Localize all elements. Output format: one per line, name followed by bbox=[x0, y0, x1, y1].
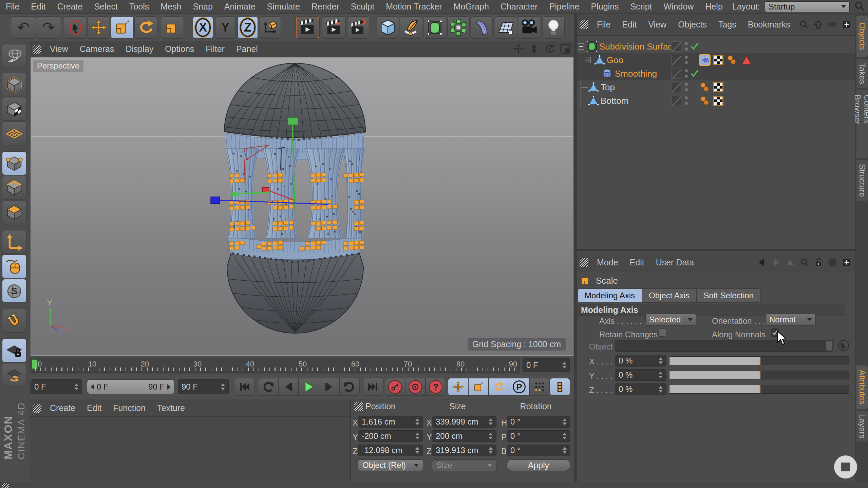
add-subdivision-surface-button[interactable] bbox=[423, 16, 446, 39]
live-selection-button[interactable] bbox=[64, 16, 87, 39]
menu-pipeline[interactable]: Pipeline bbox=[544, 2, 585, 12]
play-button[interactable] bbox=[299, 378, 319, 396]
y-percent-input[interactable]: 0 % bbox=[615, 369, 666, 381]
object-row-goo[interactable]: Goo bbox=[577, 53, 855, 67]
add-floor-button[interactable] bbox=[495, 16, 517, 39]
layer-box[interactable] bbox=[671, 41, 681, 52]
search-icon[interactable] bbox=[800, 258, 809, 268]
menu-create[interactable]: Create bbox=[51, 2, 88, 12]
visibility-dot[interactable] bbox=[685, 88, 688, 91]
vp-menu-cameras[interactable]: Cameras bbox=[74, 44, 120, 54]
attr-menu-mode[interactable]: Mode bbox=[591, 258, 624, 267]
rot-h-input[interactable]: 0 ° bbox=[507, 416, 570, 428]
model-mode-button[interactable] bbox=[2, 73, 26, 96]
texture-mode-button[interactable] bbox=[2, 97, 26, 121]
add-light-button[interactable] bbox=[542, 16, 565, 39]
x-axis-lock-button[interactable]: X bbox=[193, 16, 213, 39]
tab-objects[interactable]: Objects bbox=[856, 16, 868, 57]
object-row-smoothing[interactable]: Smoothing bbox=[577, 67, 855, 80]
size-z-input[interactable]: 319.913 cm bbox=[432, 445, 496, 456]
make-editable-button[interactable] bbox=[2, 44, 26, 68]
start-frame-spinner[interactable]: 0 F bbox=[31, 379, 82, 394]
previous-frame-button[interactable] bbox=[278, 378, 299, 396]
x-slider[interactable] bbox=[669, 356, 849, 365]
timeline-film-button[interactable] bbox=[550, 378, 570, 396]
layer-box[interactable] bbox=[671, 55, 681, 65]
layer-box[interactable] bbox=[671, 69, 681, 79]
gizmo-x-handle[interactable] bbox=[211, 197, 220, 204]
menu-edit[interactable]: Edit bbox=[25, 2, 51, 12]
drag-handle-icon[interactable] bbox=[33, 404, 41, 413]
menu-mesh[interactable]: Mesh bbox=[155, 2, 187, 12]
menu-snap[interactable]: Snap bbox=[187, 2, 218, 12]
attr-menu-edit[interactable]: Edit bbox=[624, 258, 650, 267]
apply-button[interactable]: Apply bbox=[507, 459, 570, 471]
gizmo-y-handle[interactable] bbox=[288, 117, 298, 125]
om-menu-bookmarks[interactable]: Bookmarks bbox=[742, 20, 796, 30]
recording-indicator[interactable] bbox=[834, 455, 857, 478]
field-end-button[interactable] bbox=[826, 341, 832, 351]
search-icon[interactable] bbox=[799, 20, 808, 30]
rotate-tool-button[interactable] bbox=[134, 16, 157, 39]
y-slider[interactable] bbox=[669, 371, 849, 379]
mat-menu-create[interactable]: Create bbox=[44, 403, 81, 413]
visibility-dot[interactable] bbox=[685, 96, 688, 99]
soft-selection-button[interactable]: S bbox=[2, 279, 26, 303]
key-pla-button[interactable] bbox=[529, 378, 550, 396]
layer-box[interactable] bbox=[671, 96, 681, 106]
coordinate-system-button[interactable] bbox=[260, 16, 281, 39]
vp-menu-display[interactable]: Display bbox=[120, 44, 159, 54]
x-percent-input[interactable]: 0 % bbox=[615, 355, 666, 367]
range-right-icon[interactable] bbox=[167, 384, 171, 390]
add-panel-icon[interactable] bbox=[842, 20, 851, 30]
slider-handle[interactable] bbox=[759, 357, 760, 365]
mat-menu-texture[interactable]: Texture bbox=[151, 403, 191, 413]
slider-handle[interactable] bbox=[759, 385, 760, 393]
polygon-object-icon[interactable] bbox=[595, 55, 605, 67]
phong-tag[interactable] bbox=[699, 95, 710, 108]
workplane-button[interactable] bbox=[2, 363, 26, 387]
tab-object-axis[interactable]: Object Axis bbox=[642, 289, 697, 302]
object-row-subdivision-surface[interactable]: Subdivision Surface bbox=[577, 40, 855, 53]
menu-plugins[interactable]: Plugins bbox=[585, 2, 625, 12]
mat-menu-function[interactable]: Function bbox=[107, 403, 151, 413]
polygon-object-icon[interactable] bbox=[588, 96, 599, 107]
forward-icon[interactable] bbox=[772, 258, 780, 268]
lock-icon[interactable] bbox=[814, 258, 823, 268]
collapse-icon[interactable] bbox=[578, 43, 584, 50]
menu-help[interactable]: Help bbox=[699, 2, 728, 12]
key-position-button[interactable] bbox=[448, 378, 468, 396]
snap-button[interactable] bbox=[2, 309, 26, 333]
z-percent-input[interactable]: 0 % bbox=[615, 383, 666, 395]
object-picker-icon[interactable] bbox=[837, 339, 850, 353]
texture-tag[interactable] bbox=[713, 55, 723, 65]
size-y-input[interactable]: 200 cm bbox=[432, 430, 496, 442]
subdivision-surface-icon[interactable] bbox=[586, 41, 597, 53]
vp-menu-options[interactable]: Options bbox=[159, 44, 200, 54]
home-icon[interactable] bbox=[814, 20, 823, 30]
render-picture-viewer-button[interactable] bbox=[322, 16, 346, 39]
rot-b-input[interactable]: 0 ° bbox=[507, 445, 570, 456]
add-cube-button[interactable] bbox=[377, 16, 399, 39]
go-to-start-button[interactable] bbox=[234, 378, 254, 396]
preview-range-slider[interactable]: 0 F 90 F bbox=[87, 379, 174, 394]
phong-tag[interactable] bbox=[726, 55, 737, 67]
menu-window[interactable]: Window bbox=[658, 2, 699, 12]
texture-tag[interactable] bbox=[713, 82, 723, 92]
rot-p-input[interactable]: 0 ° bbox=[507, 430, 570, 442]
add-panel-icon[interactable] bbox=[842, 258, 851, 268]
smoothing-deformer-icon[interactable] bbox=[602, 69, 612, 80]
axis-dropdown[interactable]: Selected bbox=[645, 314, 696, 326]
visibility-dot[interactable] bbox=[685, 102, 688, 105]
visibility-dot[interactable] bbox=[685, 69, 688, 72]
om-menu-file[interactable]: File bbox=[591, 20, 616, 30]
viewport-solo-button[interactable] bbox=[2, 255, 26, 278]
object-row-top[interactable]: Top bbox=[577, 80, 855, 94]
tab-content-browser[interactable]: Content Browser bbox=[856, 90, 868, 158]
orientation-dropdown[interactable]: Normal bbox=[766, 314, 816, 326]
autokeying-button[interactable] bbox=[405, 378, 426, 396]
key-scale-button[interactable] bbox=[468, 378, 489, 396]
z-slider[interactable] bbox=[669, 385, 849, 394]
timeline-ruler[interactable]: 0102030405060708090 bbox=[30, 358, 520, 373]
enabled-check-icon[interactable] bbox=[690, 42, 699, 51]
